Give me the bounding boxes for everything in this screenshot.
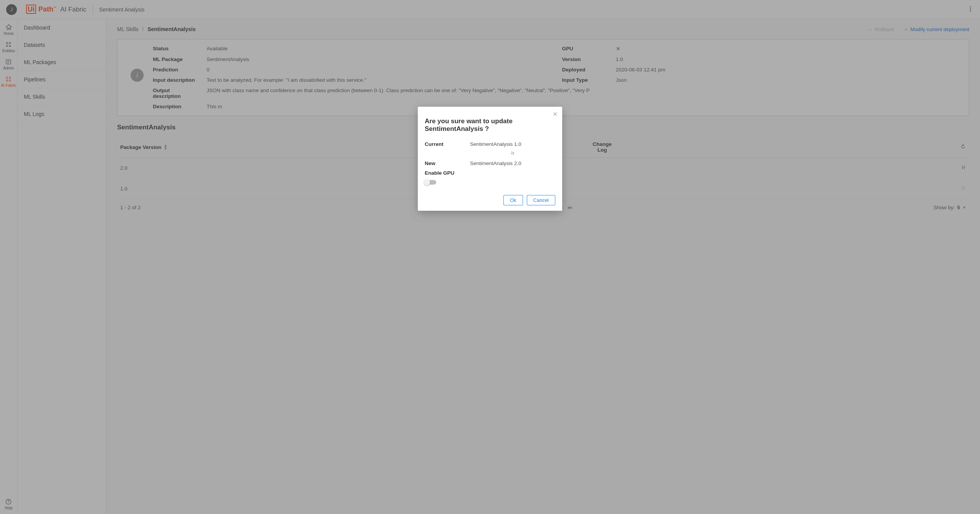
modal-new-value: SentimentAnalysis 2.0	[470, 160, 521, 166]
cancel-button[interactable]: Cancel	[527, 195, 555, 205]
confirm-update-dialog: ✕ Are you sure want to update SentimentA…	[418, 107, 562, 211]
modal-current-label: Current	[425, 141, 470, 147]
enable-gpu-toggle[interactable]	[425, 180, 555, 186]
swap-arrows-icon	[470, 151, 555, 157]
modal-title: Are you sure want to update SentimentAna…	[425, 117, 555, 133]
modal-gpu-label: Enable GPU	[425, 170, 454, 176]
modal-current-value: SentimentAnalysis 1.0	[470, 141, 521, 147]
modal-overlay[interactable]: ✕ Are you sure want to update SentimentA…	[0, 0, 980, 514]
modal-new-label: New	[425, 160, 470, 166]
ok-button[interactable]: Ok	[503, 195, 523, 205]
close-icon[interactable]: ✕	[553, 111, 558, 118]
